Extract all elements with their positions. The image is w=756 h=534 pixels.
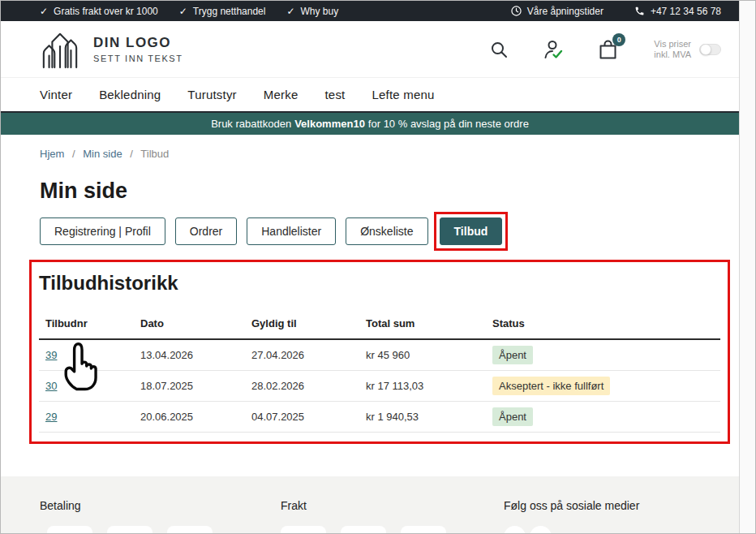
tab-handlelister[interactable]: Handlelister	[247, 217, 336, 245]
nav-item-merke[interactable]: Merke	[264, 88, 299, 101]
payment-logos	[40, 526, 281, 533]
main-nav: Vinter Bekledning Turutstyr Merke test L…	[1, 77, 739, 113]
col-total-sum: Total sum	[366, 317, 492, 329]
usp-why-buy: ✓ Why buy	[286, 6, 338, 17]
logo-text: DIN LOGO SETT INN TEKST	[93, 35, 183, 63]
footer-col-frakt: Frakt	[281, 499, 504, 533]
table-row: 29 20.06.2025 04.07.2025 kr 1 940,53 Åpe…	[39, 402, 720, 433]
shipping-logo-placeholder	[281, 526, 326, 533]
breadcrumb-separator: /	[72, 148, 75, 160]
clock-icon	[511, 6, 522, 16]
offer-gyldig-til: 27.04.2026	[251, 349, 366, 361]
header-actions: 0 Vis priser inkl. MVA	[455, 39, 721, 60]
offer-dato: 20.06.2025	[140, 411, 251, 423]
nav-item-turutstyr[interactable]: Turutstyr	[187, 88, 236, 101]
offer-dato: 18.07.2025	[140, 380, 251, 392]
col-dato: Dato	[140, 317, 251, 329]
footer-heading-social: Følg oss på sosiale medier	[504, 499, 739, 512]
nav-item-vinter[interactable]: Vinter	[40, 88, 72, 101]
offer-link-30[interactable]: 30	[45, 380, 57, 392]
page-viewport: ✓ Gratis frakt over kr 1000 ✓ Trygg nett…	[1, 1, 739, 533]
col-tilbudnr: Tilbudnr	[45, 317, 140, 329]
tab-onskeliste[interactable]: Ønskeliste	[346, 217, 427, 245]
status-badge: Akseptert - ikke fullført	[492, 377, 610, 395]
payment-logo-placeholder	[167, 526, 213, 533]
usp-label: Why buy	[301, 6, 339, 17]
promo-banner: Bruk rabattkoden Velkommen10 for 10 % av…	[1, 113, 739, 135]
topbar: ✓ Gratis frakt over kr 1000 ✓ Trygg nett…	[1, 1, 739, 21]
offer-link-39[interactable]: 39	[45, 349, 57, 361]
check-icon: ✓	[286, 6, 294, 17]
toggle-knob	[700, 44, 711, 55]
breadcrumb-hjem[interactable]: Hjem	[40, 148, 64, 160]
footer-heading-frakt: Frakt	[281, 499, 504, 512]
offer-gyldig-til: 04.07.2025	[251, 411, 366, 423]
offer-total-sum: kr 17 113,03	[366, 380, 492, 392]
offer-total-sum: kr 1 940,53	[366, 411, 492, 423]
table-row: 30 18.07.2025 28.02.2026 kr 17 113,03 Ak…	[39, 371, 720, 402]
account-tabs: Registrering | Profil Ordrer Handleliste…	[40, 213, 739, 250]
breadcrumb-current: Tilbud	[140, 148, 169, 160]
offer-dato: 13.04.2026	[140, 349, 251, 361]
nav-item-test[interactable]: test	[324, 88, 345, 101]
logo-buildings-icon	[38, 30, 82, 69]
nav-item-lefte-menu[interactable]: Lefte menu	[372, 88, 434, 101]
price-toggle: Vis priser inkl. MVA	[654, 39, 721, 60]
promo-prefix: Bruk rabattkoden	[211, 118, 291, 130]
site-header: DIN LOGO SETT INN TEKST 0 Vis priser ink…	[1, 21, 739, 77]
footer-heading-betaling: Betaling	[40, 499, 281, 512]
offer-total-sum: kr 45 960	[366, 349, 492, 361]
page-title: Min side	[40, 179, 739, 203]
logo[interactable]: DIN LOGO SETT INN TEKST	[38, 30, 183, 69]
nav-item-bekledning[interactable]: Bekledning	[99, 88, 161, 101]
usp-safe-shopping: ✓ Trygg netthandel	[179, 6, 266, 17]
price-toggle-label: Vis priser inkl. MVA	[654, 39, 691, 60]
account-icon[interactable]	[543, 39, 564, 59]
phone-number: +47 12 34 56 78	[651, 6, 721, 17]
breadcrumb-separator: /	[130, 148, 133, 160]
opening-hours-link[interactable]: Våre åpningstider	[511, 6, 604, 17]
footer-col-betaling: Betaling	[40, 499, 281, 533]
logo-subtitle: SETT INN TEKST	[93, 54, 183, 63]
cart-count-badge: 0	[612, 33, 625, 46]
shipping-logo-placeholder	[401, 526, 446, 533]
phone-link[interactable]: +47 12 34 56 78	[634, 6, 721, 17]
social-icon-placeholder[interactable]	[504, 526, 526, 533]
tab-tilbud[interactable]: Tilbud	[440, 217, 503, 245]
offer-gyldig-til: 28.02.2026	[251, 380, 366, 392]
offer-history-table: Tilbudnr Dato Gyldig til Total sum Statu…	[39, 308, 720, 433]
usp-free-shipping: ✓ Gratis frakt over kr 1000	[40, 6, 158, 17]
status-badge: Åpent	[492, 346, 533, 364]
tab-ordrer[interactable]: Ordrer	[175, 217, 237, 245]
offer-history-title: Tilbudhistorikk	[39, 272, 720, 295]
usp-label: Trygg netthandel	[193, 6, 266, 17]
col-gyldig-til: Gyldig til	[251, 317, 366, 329]
offer-link-29[interactable]: 29	[45, 411, 57, 423]
opening-hours-label: Våre åpningstider	[527, 6, 604, 17]
check-icon: ✓	[40, 6, 48, 17]
footer-col-social: Følg oss på sosiale medier	[504, 499, 739, 533]
check-icon: ✓	[179, 6, 187, 17]
payment-logo-placeholder	[107, 526, 152, 533]
social-icon-placeholder[interactable]	[530, 526, 552, 533]
tab-registrering-profil[interactable]: Registrering | Profil	[40, 217, 165, 245]
vat-toggle-switch[interactable]	[699, 44, 721, 55]
shipping-logos	[281, 526, 504, 533]
cart-icon[interactable]: 0	[598, 39, 618, 60]
topbar-usp-list: ✓ Gratis frakt over kr 1000 ✓ Trygg nett…	[40, 6, 359, 17]
social-icons	[504, 526, 739, 533]
breadcrumb: Hjem / Min side / Tilbud	[40, 148, 739, 161]
payment-logo-placeholder	[47, 526, 92, 533]
status-badge: Åpent	[492, 407, 533, 426]
price-toggle-line1: Vis priser	[654, 39, 691, 50]
promo-suffix: for 10 % avslag på din neste ordre	[368, 118, 529, 130]
phone-icon	[634, 6, 645, 16]
scrollbar[interactable]	[739, 1, 755, 533]
search-icon[interactable]	[489, 40, 509, 59]
footer: Betaling Frakt Følg oss på sosiale medie…	[1, 476, 739, 533]
annotation-box-offer-history: Tilbudhistorikk Tilbudnr Dato Gyldig til…	[29, 260, 730, 444]
table-header-row: Tilbudnr Dato Gyldig til Total sum Statu…	[39, 308, 720, 340]
shipping-logo-placeholder	[341, 526, 386, 533]
breadcrumb-min-side[interactable]: Min side	[83, 148, 122, 160]
logo-title: DIN LOGO	[93, 35, 183, 51]
